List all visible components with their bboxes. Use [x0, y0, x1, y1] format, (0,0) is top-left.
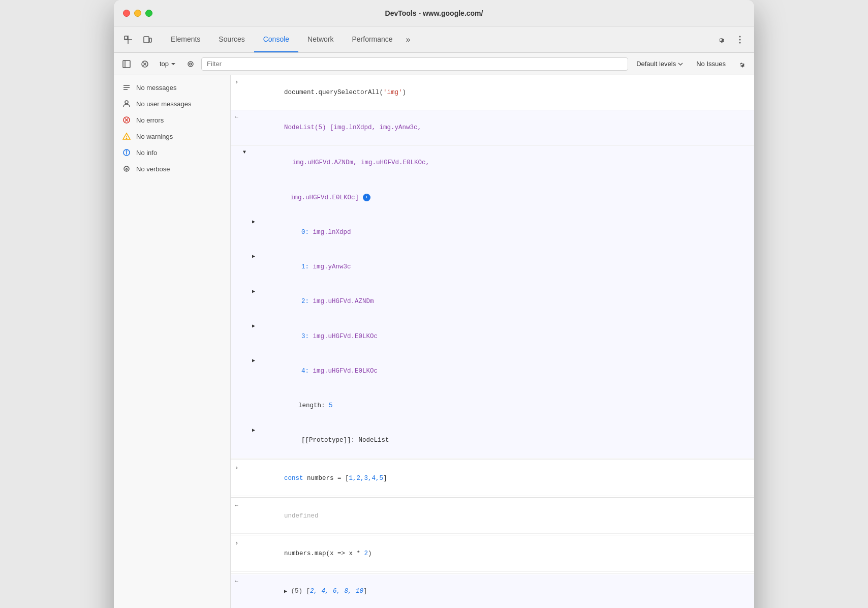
device-toolbar-icon[interactable] — [139, 32, 156, 48]
expand-arrow[interactable]: ▶ — [252, 288, 260, 294]
info-icon — [122, 148, 131, 157]
svg-point-7 — [739, 42, 741, 43]
expand-arrow[interactable]: ▶ — [252, 322, 260, 329]
live-expressions-icon[interactable] — [183, 56, 198, 72]
window-title: DevTools - www.google.com/ — [385, 9, 483, 17]
console-line: 4: img.uHGFVd.E0LKOc — [263, 357, 748, 385]
close-button[interactable] — [123, 10, 130, 17]
maximize-button[interactable] — [145, 10, 152, 17]
input-arrow: › — [235, 78, 243, 86]
expand-arrow[interactable]: ▶ — [252, 218, 260, 225]
console-line: document.querySelectorAll('img') — [246, 78, 748, 107]
tabs: Elements Sources Console Network Perform… — [162, 26, 712, 52]
expand-arrow[interactable]: ▼ — [243, 149, 251, 155]
console-line: const numbers = [1,2,3,4,5] — [246, 464, 748, 493]
console-entry: length: 5 — [231, 388, 754, 423]
console-entry: › numbers.map(x => x * 2) — [231, 536, 754, 571]
console-entry: ← undefined — [231, 499, 754, 534]
devtools-window: DevTools - www.google.com/ Elements — [114, 0, 754, 608]
console-entry: ▶ 3: img.uHGFVd.E0LKOc — [231, 319, 754, 354]
svg-point-6 — [739, 39, 741, 40]
traffic-lights — [123, 10, 152, 17]
titlebar: DevTools - www.google.com/ — [114, 0, 754, 26]
clear-console-icon[interactable] — [137, 56, 152, 72]
sidebar-item-no-verbose[interactable]: No verbose — [114, 161, 230, 177]
console-line: img.uHGFVd.AZNDm, img.uHGFVd.E0LKOc, — [254, 149, 748, 177]
svg-rect-8 — [123, 60, 130, 68]
svg-point-13 — [188, 62, 193, 67]
sidebar-toggle-icon[interactable] — [119, 56, 134, 72]
output-arrow: ← — [235, 577, 243, 584]
console-line: 2: img.uHGFVd.AZNDm — [263, 288, 748, 316]
console-line: 3: img.uHGFVd.E0LKOc — [263, 322, 748, 351]
svg-point-18 — [125, 101, 128, 104]
output-arrow: ← — [235, 502, 243, 508]
console-line: undefined — [246, 502, 748, 530]
svg-point-23 — [126, 138, 127, 139]
minimize-button[interactable] — [134, 10, 141, 17]
sidebar-item-no-errors[interactable]: No errors — [114, 112, 230, 128]
console-entry: › const numbers = [1,2,3,4,5] — [231, 461, 754, 496]
filter-input[interactable] — [201, 57, 628, 71]
svg-point-5 — [739, 36, 741, 37]
verbose-icon — [122, 164, 131, 173]
tabbar-icons — [120, 32, 156, 48]
tab-elements[interactable]: Elements — [162, 26, 209, 52]
console-entry: ← NodeList(5) [img.lnXdpd, img.yAnw3c, — [231, 110, 754, 145]
svg-point-14 — [190, 63, 192, 65]
tab-sources[interactable]: Sources — [209, 26, 254, 52]
console-line: 0: img.lnXdpd — [263, 218, 748, 247]
svg-rect-0 — [125, 36, 128, 39]
expand-arrow[interactable]: ▶ — [252, 427, 260, 433]
console-entry: ← ▶ (5) [2, 4, 6, 8, 10] — [231, 574, 754, 609]
expand-arrow[interactable]: ▶ — [252, 253, 260, 259]
settings-icon[interactable] — [712, 32, 729, 48]
output-arrow: ← — [235, 113, 243, 120]
console-divider — [231, 535, 754, 535]
console-entry: ▶ [[Prototype]]: NodeList — [231, 423, 754, 459]
more-tabs-button[interactable]: » — [402, 35, 415, 44]
console-settings-icon[interactable] — [734, 56, 749, 72]
error-icon — [122, 115, 131, 125]
console-entry: ▶ 1: img.yAnw3c — [231, 250, 754, 284]
tab-performance[interactable]: Performance — [343, 26, 401, 52]
console-line: NodeList(5) [img.lnXdpd, img.yAnw3c, — [246, 113, 748, 142]
tabbar-right — [712, 32, 748, 48]
console-entry: img.uHGFVd.E0LKOc] i — [231, 180, 754, 215]
more-options-icon[interactable] — [732, 32, 748, 48]
sidebar-item-no-warnings[interactable]: No warnings — [114, 128, 230, 144]
user-icon — [122, 99, 131, 108]
console-entry: ▶ 0: img.lnXdpd — [231, 215, 754, 250]
console-line: ▶ (5) [2, 4, 6, 8, 10] — [246, 577, 748, 606]
console-line: 1: img.yAnw3c — [263, 253, 748, 281]
tab-console[interactable]: Console — [254, 26, 298, 52]
svg-rect-3 — [144, 37, 149, 43]
tabbar: Elements Sources Console Network Perform… — [114, 26, 754, 53]
console-entry: ▶ 4: img.uHGFVd.E0LKOc — [231, 354, 754, 388]
console-divider — [231, 460, 754, 460]
console-line: img.uHGFVd.E0LKOc] i — [252, 184, 748, 212]
svg-point-26 — [126, 150, 127, 151]
expand-arrow[interactable]: ▶ — [252, 357, 260, 363]
main-content: No messages No user messages — [114, 75, 754, 608]
svg-rect-4 — [149, 38, 151, 42]
sidebar-item-no-user-messages[interactable]: No user messages — [114, 96, 230, 112]
console-line: [[Prototype]]: NodeList — [263, 427, 748, 455]
console-entry: ▶ 2: img.uHGFVd.AZNDm — [231, 285, 754, 319]
console-entry: ▼ img.uHGFVd.AZNDm, img.uHGFVd.E0LKOc, — [231, 146, 754, 180]
messages-icon — [122, 83, 131, 92]
console-divider — [231, 497, 754, 498]
inspect-element-icon[interactable] — [120, 32, 136, 48]
console-entry: › document.querySelectorAll('img') — [231, 75, 754, 110]
context-selector[interactable]: top — [156, 59, 180, 69]
console-output[interactable]: › document.querySelectorAll('img') ← Nod… — [231, 75, 754, 608]
sidebar-item-no-messages[interactable]: No messages — [114, 79, 230, 96]
log-level-selector[interactable]: Default levels — [631, 59, 688, 69]
console-line: numbers.map(x => x * 2) — [246, 539, 748, 568]
sidebar-item-no-info[interactable]: No info — [114, 144, 230, 161]
sidebar: No messages No user messages — [114, 75, 231, 608]
no-issues-button[interactable]: No Issues — [691, 59, 731, 69]
console-toolbar: top Default levels No Issues — [114, 53, 754, 75]
tab-network[interactable]: Network — [298, 26, 343, 52]
input-arrow: › — [235, 464, 243, 472]
